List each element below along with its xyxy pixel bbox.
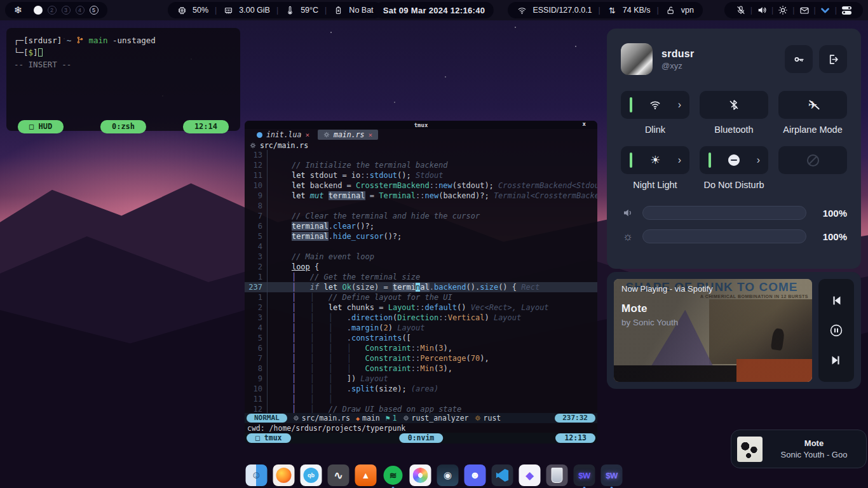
previous-track-button[interactable]: [827, 292, 845, 309]
toggle-prohibited: [778, 146, 847, 191]
window-titlebar[interactable]: tmux x: [245, 121, 597, 129]
line-number: 7: [245, 211, 268, 221]
track-title: Mote: [621, 302, 713, 315]
chevron-down-icon[interactable]: [818, 5, 833, 16]
zsh-window-pill[interactable]: 0:zsh: [100, 120, 146, 133]
logout-button[interactable]: [819, 45, 847, 73]
workspace-2[interactable]: 2: [48, 6, 57, 15]
code-editor-area[interactable]: 1312 // Initialize the terminal backend1…: [245, 150, 597, 413]
workspace-4[interactable]: 4: [76, 6, 85, 15]
statusline: NORMAL src/main.rs ◆ main ⚑ 1 rust_analy…: [245, 413, 597, 423]
tab-close-button[interactable]: ×: [368, 131, 372, 139]
dock-firefox[interactable]: [273, 464, 295, 486]
chevron-right-icon[interactable]: ›: [678, 155, 681, 165]
workspace-3[interactable]: 3: [62, 6, 71, 15]
code-line[interactable]: 6 │ │ │ │ Constraint::Min(3),: [245, 343, 597, 353]
rust-lang-icon: [475, 415, 481, 421]
dock-photos[interactable]: [410, 464, 431, 486]
editor-window[interactable]: tmux x init.lua×main.rs× src/main.rs 131…: [245, 121, 597, 444]
code-line[interactable]: 3 // Main event loop: [245, 252, 597, 262]
dock-steam[interactable]: ◉: [437, 464, 459, 486]
toggle-button-airplane-off[interactable]: ✈: [778, 91, 847, 119]
hud-session-pill[interactable]: □ HUD: [18, 120, 64, 133]
code-line[interactable]: 9 │ │ │ ]) Layout: [245, 374, 597, 384]
toggle-button-minus-circle[interactable]: ›: [700, 146, 768, 174]
code-line[interactable]: 10 │ │ │ .split(size); (area): [245, 384, 597, 394]
code-line[interactable]: 12 │ │ // Draw UI based on app state: [245, 404, 597, 413]
code-line[interactable]: 7 │ │ │ │ Constraint::Percentage(70),: [245, 353, 597, 363]
chevron-right-icon[interactable]: ›: [757, 155, 760, 165]
switches-icon[interactable]: [839, 6, 854, 15]
toggle-button-bluetooth-off[interactable]: [700, 91, 768, 119]
code-line[interactable]: 5 │ │ │ .constraints([: [245, 333, 597, 343]
tmux-session-pill[interactable]: □ tmux: [247, 433, 291, 443]
toggle-button-sun[interactable]: ☀›: [621, 146, 689, 174]
now-playing-header: Now Playing - via Spotify: [621, 284, 713, 294]
code-line[interactable]: 7 // Clear the terminal and hide the cur…: [245, 211, 597, 221]
code-line[interactable]: 9 let mut terminal = Terminal::new(backe…: [245, 191, 597, 201]
mic-muted-icon[interactable]: [733, 5, 749, 15]
tab-close-button[interactable]: ×: [305, 131, 309, 139]
brightness-slider[interactable]: [642, 229, 806, 243]
qbittorrent-icon: qb: [304, 468, 319, 483]
code-line-current[interactable]: 237 │ if let Ok(size) = terminal.backend…: [245, 282, 597, 292]
dock-obsidian[interactable]: ◆: [519, 464, 541, 486]
code-line[interactable]: 2 │ │ let chunks = Layout::default() Vec…: [245, 302, 597, 313]
code-line[interactable]: 2 loop {: [245, 262, 597, 272]
code-line[interactable]: 3 │ │ │ .direction(Direction::Vertical) …: [245, 313, 597, 323]
dock-trash[interactable]: [546, 464, 568, 486]
code-line[interactable]: 1 │ // Get the terminal size: [245, 272, 597, 282]
chevron-right-icon[interactable]: ›: [678, 100, 681, 110]
code-line[interactable]: 13: [245, 150, 597, 160]
dock-swirl[interactable]: ∿: [328, 464, 349, 486]
dock-finder[interactable]: ☺: [246, 464, 268, 486]
dock-qbittorrent[interactable]: qb: [301, 464, 322, 486]
media-notification[interactable]: Mote Sonic Youth - Goo: [731, 430, 867, 468]
window-close-button[interactable]: x: [583, 121, 586, 127]
line-number: 4: [245, 241, 268, 252]
dock-vlc[interactable]: ▲: [355, 464, 377, 486]
dock-sw-purple[interactable]: $W: [574, 464, 595, 486]
code-line[interactable]: 1 │ │ // Define layout for the UI: [245, 292, 597, 302]
speaker-slider[interactable]: [642, 206, 806, 220]
datetime-text: Sat 09 Mar 2024 12:16:40: [383, 6, 485, 15]
code-line[interactable]: 4 │ │ │ .margin(2) Layout: [245, 323, 597, 333]
code-line[interactable]: 6 terminal.clear()?;: [245, 221, 597, 231]
dock-spotify[interactable]: ≋: [383, 464, 404, 486]
code-line[interactable]: 8 │ │ │ │ Constraint::Min(3),: [245, 363, 597, 374]
code-line[interactable]: 8: [245, 201, 597, 211]
dock-discord[interactable]: ☻: [465, 464, 486, 486]
volume-icon[interactable]: [754, 5, 770, 15]
code-line[interactable]: 11 let stdout = io::stdout(); Stdout: [245, 170, 597, 180]
separator: |: [812, 6, 818, 15]
swirl-icon: ∿: [334, 469, 342, 482]
code-line[interactable]: 11 │ │ │: [245, 394, 597, 404]
clock-pill[interactable]: Sat 09 Mar 2024 12:16:40: [374, 2, 494, 18]
code-line[interactable]: 10 let backend = CrosstermBackend::new(s…: [245, 180, 597, 191]
toggle-button-wifi[interactable]: ›: [621, 91, 689, 119]
settings-gear-icon[interactable]: [775, 5, 790, 15]
tab-init.lua[interactable]: init.lua×: [251, 130, 315, 140]
dock: ☺qb∿▲≋◉☻◆$W$W: [246, 464, 623, 486]
trash-glass-icon: [552, 468, 563, 483]
system-tray-pill: | | | | |: [724, 2, 863, 18]
tmux-window-pill[interactable]: 0:nvim: [399, 433, 444, 443]
next-track-button[interactable]: [827, 351, 845, 369]
code-line[interactable]: 5 terminal.hide_cursor()?;: [245, 231, 597, 241]
workspace-1[interactable]: [34, 6, 43, 15]
terminal-output: ┌─[srdusr] ~ main -unstaged└─[$] -- INSE…: [14, 34, 233, 71]
sw-app-icon: $W: [606, 471, 618, 480]
minus-circle-icon: [728, 154, 740, 166]
dock-vscode[interactable]: [492, 464, 513, 486]
pause-button[interactable]: [827, 322, 845, 339]
workspace-5[interactable]: 5: [90, 6, 98, 15]
tab-main.rs[interactable]: main.rs×: [318, 130, 378, 140]
code-line[interactable]: 12 // Initialize the terminal backend: [245, 160, 597, 170]
dock-sw-blue[interactable]: $W: [601, 464, 623, 486]
terminal-window[interactable]: ┌─[srdusr] ~ main -unstaged└─[$] -- INSE…: [6, 28, 240, 131]
code-line[interactable]: 4: [245, 241, 597, 252]
lock-keys-button[interactable]: [785, 45, 813, 73]
mail-icon[interactable]: [797, 5, 812, 15]
toggle-button-prohibited[interactable]: [778, 146, 847, 174]
line-number: 3: [245, 252, 268, 262]
